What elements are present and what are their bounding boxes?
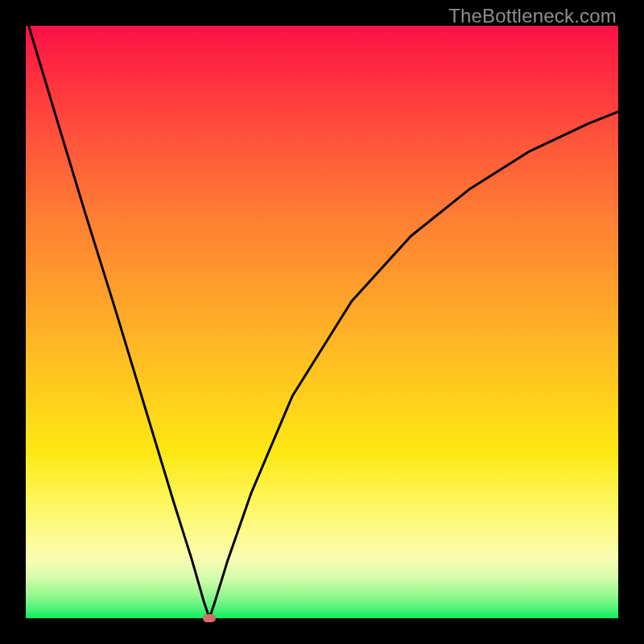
attribution-text: TheBottleneck.com <box>448 5 617 27</box>
plot-area <box>26 26 618 618</box>
minimum-marker <box>203 614 216 622</box>
bottleneck-curve <box>26 26 618 618</box>
chart-frame: TheBottleneck.com <box>0 0 644 644</box>
